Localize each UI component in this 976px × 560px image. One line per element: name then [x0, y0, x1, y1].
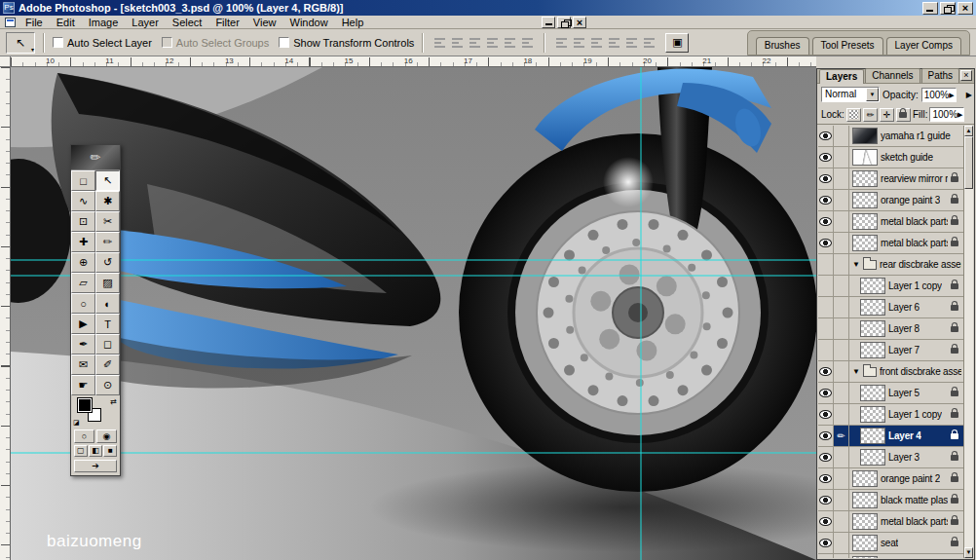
layer-body[interactable]: sketch guide: [849, 147, 963, 168]
menu-help[interactable]: Help: [335, 16, 371, 29]
layer-row[interactable]: ▼front discbrake assembly: [818, 361, 963, 383]
tool-hand[interactable]: ☛: [71, 375, 95, 395]
layer-link-cell[interactable]: [834, 147, 849, 168]
tool-brush[interactable]: ✏: [95, 232, 120, 252]
layer-row[interactable]: metal black parts 3: [818, 511, 963, 533]
checkbox-box[interactable]: [53, 37, 63, 48]
layer-link-cell[interactable]: [834, 490, 849, 510]
expand-triangle-icon[interactable]: ▼: [852, 367, 860, 376]
checkbox-auto-select-groups[interactable]: Auto Select Groups: [162, 37, 269, 49]
layer-visibility-toggle[interactable]: [818, 361, 834, 382]
layer-visibility-toggle[interactable]: [818, 383, 834, 403]
opacity-input[interactable]: 100% ▶: [921, 88, 957, 102]
align-bottom-edges-button[interactable]: [467, 34, 483, 51]
layer-body[interactable]: Layer 1 copy: [849, 404, 963, 425]
tool-blur[interactable]: ○: [71, 293, 95, 314]
align-horizontal-centers-button[interactable]: [502, 34, 518, 51]
layer-visibility-toggle[interactable]: [818, 233, 834, 253]
layer-body[interactable]: orange paint 3: [849, 190, 963, 210]
layer-body[interactable]: Layer 4: [849, 426, 963, 446]
distribute-right-edges-button[interactable]: [641, 34, 657, 51]
layer-link-cell[interactable]: [834, 318, 849, 339]
layer-visibility-toggle[interactable]: [818, 511, 834, 532]
checkbox-show-transform-controls[interactable]: Show Transform Controls: [279, 37, 414, 49]
layer-row[interactable]: Layer 3: [818, 447, 963, 468]
lock-transparency-button[interactable]: [846, 108, 861, 122]
layer-visibility-toggle[interactable]: [818, 426, 834, 446]
distribute-bottom-edges-button[interactable]: [588, 34, 605, 51]
checkbox-box[interactable]: [162, 37, 172, 48]
doc-minimize-icon[interactable]: [542, 17, 555, 28]
fill-input[interactable]: 100% ▶: [929, 107, 964, 122]
left-ruler[interactable]: [0, 67, 11, 560]
layer-row[interactable]: orange paint 1: [818, 554, 963, 558]
layer-visibility-toggle[interactable]: [818, 190, 834, 210]
menu-select[interactable]: Select: [166, 16, 209, 29]
menu-file[interactable]: File: [19, 16, 50, 29]
layer-link-cell[interactable]: [834, 276, 849, 296]
layer-body[interactable]: Layer 6: [849, 297, 963, 317]
layer-visibility-toggle[interactable]: [818, 318, 834, 339]
layer-body[interactable]: ▼rear discbrake assembly: [849, 254, 963, 275]
layer-visibility-toggle[interactable]: [818, 554, 834, 558]
layer-link-cell[interactable]: [834, 361, 849, 382]
tool-preset-picker[interactable]: ↖ ▾: [6, 32, 35, 54]
slider-arrow-icon[interactable]: ▶: [957, 111, 962, 118]
tool-shape[interactable]: ◻: [95, 334, 120, 355]
palette-well-tab-layer-comps[interactable]: Layer Comps: [886, 37, 961, 55]
close-icon[interactable]: [957, 2, 973, 15]
layer-row[interactable]: Layer 1 copy: [818, 404, 963, 426]
layer-row[interactable]: sketch guide: [818, 147, 963, 168]
layer-body[interactable]: Layer 7: [849, 340, 963, 360]
tool-lasso[interactable]: ∿: [71, 191, 95, 211]
distribute-horizontal-centers-button[interactable]: [623, 34, 640, 51]
layer-link-cell[interactable]: [834, 340, 849, 360]
layer-body[interactable]: orange paint 2: [849, 468, 963, 489]
layer-body[interactable]: seat: [849, 533, 963, 553]
tool-type[interactable]: T: [95, 314, 120, 334]
doc-close-icon[interactable]: [573, 17, 586, 28]
document-canvas[interactable]: baizuomeng: [11, 67, 816, 560]
palette-well-tab-tool-presets[interactable]: Tool Presets: [812, 37, 883, 55]
minimize-icon[interactable]: [922, 2, 938, 15]
tool-pen[interactable]: ✒: [71, 334, 95, 355]
layer-visibility-toggle[interactable]: [818, 533, 834, 553]
distribute-left-edges-button[interactable]: [606, 34, 622, 51]
layer-visibility-toggle[interactable]: [818, 276, 834, 296]
edit-standard-mode-button[interactable]: ○: [74, 429, 94, 443]
expand-triangle-icon[interactable]: ▼: [852, 260, 860, 269]
layer-row[interactable]: seat: [818, 533, 963, 554]
tool-healing-brush[interactable]: ✚: [71, 232, 95, 252]
layer-link-cell[interactable]: [834, 404, 849, 425]
layer-row[interactable]: orange paint 3: [818, 190, 963, 211]
tool-rectangular-marquee[interactable]: □: [71, 170, 95, 191]
tool-path-selection[interactable]: ▶: [71, 314, 95, 334]
layer-row[interactable]: orange paint 2: [818, 468, 963, 490]
checkbox-box[interactable]: [279, 37, 289, 48]
layer-body[interactable]: Layer 8: [849, 318, 963, 339]
layer-link-cell[interactable]: [834, 297, 849, 317]
layer-link-cell[interactable]: [834, 383, 849, 403]
tab-layers[interactable]: Layers: [819, 69, 864, 84]
standard-screen-mode-button[interactable]: ▢: [74, 445, 88, 457]
palette-well-tab-brushes[interactable]: Brushes: [756, 37, 809, 55]
toolbox-header[interactable]: ✏: [71, 145, 120, 170]
menu-layer[interactable]: Layer: [125, 16, 166, 29]
layer-row[interactable]: ✏Layer 4: [818, 426, 963, 447]
layer-visibility-toggle[interactable]: [818, 404, 834, 425]
layer-body[interactable]: rearview mirror right: [849, 168, 963, 189]
tool-eraser[interactable]: ▱: [71, 273, 95, 293]
layer-link-cell[interactable]: [834, 554, 849, 558]
layer-row[interactable]: rearview mirror right: [818, 168, 963, 190]
layer-body[interactable]: Layer 3: [849, 447, 963, 467]
layer-visibility-toggle[interactable]: [818, 297, 834, 317]
full-screen-mode-button[interactable]: ■: [103, 445, 117, 457]
layer-row[interactable]: metal black parts 1: [818, 233, 963, 254]
document-icon[interactable]: [5, 18, 16, 27]
swap-colors-icon[interactable]: ⇄: [110, 397, 117, 406]
layer-link-cell[interactable]: [834, 254, 849, 275]
layer-body[interactable]: Layer 5: [849, 383, 963, 403]
tool-gradient[interactable]: ▨: [95, 273, 120, 293]
layer-link-cell[interactable]: [834, 233, 849, 253]
tool-clone-stamp[interactable]: ⊕: [71, 252, 95, 273]
